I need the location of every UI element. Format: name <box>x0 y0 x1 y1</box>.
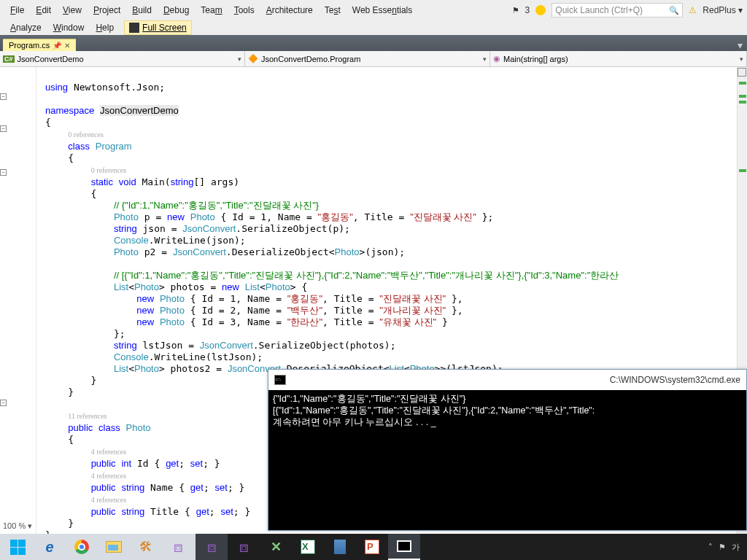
user-account[interactable]: RedPlus ▾ <box>703 5 743 15</box>
warning-icon[interactable]: ⚠ <box>689 5 697 15</box>
fold-icon[interactable]: − <box>0 400 7 406</box>
notification-flag-icon[interactable]: ⚑ <box>512 6 519 15</box>
taskbar-vs-light[interactable]: ⧈ <box>162 534 194 560</box>
chevron-down-icon: ▾ <box>483 55 487 63</box>
taskbar-vs-1[interactable]: ⧈ <box>196 534 228 560</box>
nav-class-label: JsonConvertDemo.Program <box>261 55 360 63</box>
document-tab-bar: Program.cs 📌 ✕ ▾ <box>0 35 747 51</box>
taskbar-cmd[interactable] <box>388 534 420 560</box>
tab-dropdown-icon[interactable]: ▾ <box>733 39 747 51</box>
menu-view[interactable]: View <box>57 4 88 17</box>
notification-count: 3 <box>525 5 530 15</box>
menu-webessentials[interactable]: Web Essentials <box>347 4 419 17</box>
pin-icon[interactable]: 📌 <box>53 42 61 50</box>
taskbar-chrome[interactable] <box>66 534 98 560</box>
taskbar-notepad[interactable] <box>324 534 356 560</box>
menu-edit[interactable]: Edit <box>30 4 57 17</box>
nav-method-label: Main(string[] args) <box>503 55 568 63</box>
taskbar-powerpoint[interactable] <box>356 534 388 560</box>
close-tab-icon[interactable]: ✕ <box>64 42 70 50</box>
menu-debug[interactable]: Debug <box>158 4 195 17</box>
menu-team[interactable]: Team <box>195 4 228 17</box>
menu-help[interactable]: Help <box>90 21 120 34</box>
quick-launch-placeholder: Quick Launch (Ctrl+Q) <box>555 5 643 15</box>
navigation-bar: C# JsonConvertDemo ▾ 🔶 JsonConvertDemo.P… <box>0 51 747 67</box>
class-icon: 🔶 <box>248 54 258 63</box>
search-icon: 🔍 <box>669 6 679 15</box>
taskbar: e 🛠 ⧈ ⧈ ⧈ ✕ ˄ ⚑ 가 <box>0 534 747 560</box>
taskbar-ie[interactable]: e <box>34 534 66 560</box>
cmd-icon <box>274 375 286 385</box>
nav-namespace-dropdown[interactable]: C# JsonConvertDemo ▾ <box>0 51 245 66</box>
console-titlebar[interactable]: C:\WINDOWS\system32\cmd.exe <box>268 370 746 390</box>
nav-namespace-label: JsonConvertDemo <box>18 55 84 63</box>
file-tab-program-cs[interactable]: Program.cs 📌 ✕ <box>3 39 76 51</box>
menu-build[interactable]: Build <box>126 4 158 17</box>
console-title-text: C:\WINDOWS\system32\cmd.exe <box>610 375 740 385</box>
tray-chevron-icon[interactable]: ˄ <box>708 542 713 552</box>
zoom-level[interactable]: 100 % ▾ <box>3 521 32 531</box>
fold-icon[interactable]: − <box>0 93 7 100</box>
menu-tools[interactable]: Tools <box>228 4 260 17</box>
menu-file[interactable]: File <box>4 4 30 17</box>
console-window[interactable]: C:\WINDOWS\system32\cmd.exe {"Id":1,"Nam… <box>268 369 747 531</box>
split-editor-icon[interactable] <box>738 68 746 77</box>
menu-analyze[interactable]: Analyze <box>4 21 47 34</box>
method-icon: ◉ <box>493 54 500 63</box>
tab-label: Program.cs <box>9 41 50 50</box>
taskbar-tools[interactable]: 🛠 <box>130 534 162 560</box>
menu-project[interactable]: Project <box>88 4 126 17</box>
editor-gutter: − − − − <box>0 67 36 544</box>
console-output: {"Id":1,"Name":"홍길동","Title":"진달래꽃 사진"} … <box>268 390 746 431</box>
quick-launch-input[interactable]: Quick Launch (Ctrl+Q) 🔍 <box>551 3 683 18</box>
start-button[interactable] <box>1 534 34 560</box>
menu-bar: File Edit View Project Build Debug Team … <box>0 0 747 35</box>
fold-icon[interactable]: − <box>0 169 7 176</box>
chevron-down-icon: ▾ <box>740 55 743 63</box>
chevron-down-icon: ▾ <box>238 55 241 63</box>
menu-architecture[interactable]: Architecture <box>260 4 319 17</box>
menu-window[interactable]: Window <box>47 21 90 34</box>
taskbar-explorer[interactable] <box>98 534 130 560</box>
nav-class-dropdown[interactable]: 🔶 JsonConvertDemo.Program ▾ <box>245 51 490 66</box>
taskbar-vs-2[interactable]: ⧈ <box>228 534 260 560</box>
ime-indicator[interactable]: 가 <box>732 542 740 553</box>
tray-flag-icon[interactable]: ⚑ <box>719 542 726 552</box>
taskbar-excel[interactable] <box>292 534 324 560</box>
feedback-smiley-icon[interactable] <box>535 5 546 15</box>
csharp-icon: C# <box>3 55 15 63</box>
fold-icon[interactable]: − <box>0 125 7 132</box>
menu-test[interactable]: Test <box>319 4 347 17</box>
taskbar-vscode[interactable]: ✕ <box>260 534 292 560</box>
fullscreen-icon <box>129 23 139 33</box>
nav-method-dropdown[interactable]: ◉ Main(string[] args) ▾ <box>490 51 747 66</box>
full-screen-button[interactable]: Full Screen <box>124 20 192 35</box>
